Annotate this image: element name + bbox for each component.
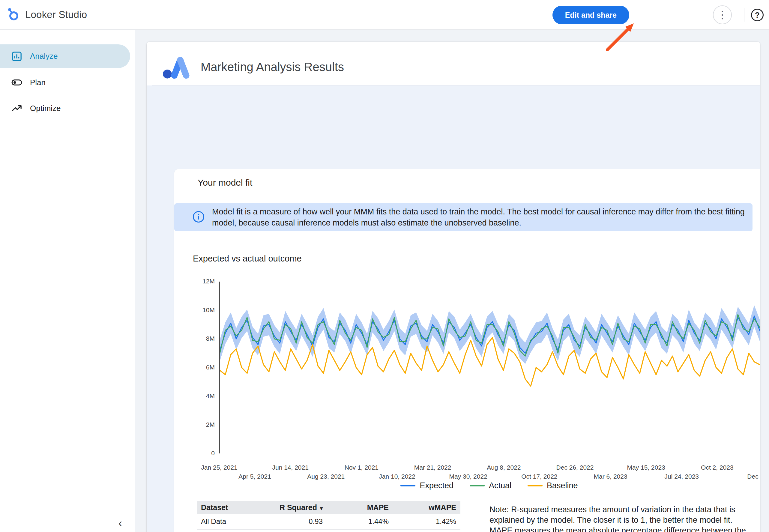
- y-axis-label: 8M: [183, 335, 215, 342]
- model-fit-table: Dataset R Squared▾ MAPE wMAPE All Data 0…: [197, 501, 460, 530]
- topbar-divider: [744, 8, 744, 22]
- y-axis-label: 10M: [183, 306, 215, 314]
- x-axis-label: Dec: [747, 473, 758, 480]
- cell-dataset: All Data: [197, 514, 272, 529]
- report-body: Your model fit Model fit is a measure of…: [147, 85, 760, 532]
- chart-x-axis: Jan 25, 2021Apr 5, 2021Jun 14, 2021Aug 2…: [219, 464, 759, 483]
- expected-vs-actual-chart: [219, 282, 759, 453]
- y-axis-label: 4M: [183, 392, 215, 399]
- cell-r-squared: 0.93: [272, 514, 327, 529]
- brand: Looker Studio: [0, 7, 87, 22]
- sidebar-item-plan[interactable]: Plan: [0, 72, 130, 93]
- legend-label: Baseline: [547, 481, 578, 490]
- x-axis-label: Aug 23, 2021: [307, 473, 345, 480]
- report-canvas: Marketing Analysis Results Your model fi…: [147, 42, 760, 532]
- sidebar-item-label: Optimize: [30, 104, 61, 113]
- sidebar-item-label: Analyze: [30, 52, 58, 61]
- cell-wmape: 1.42%: [393, 514, 460, 529]
- chart-y-axis: 12M10M8M6M4M2M0: [183, 282, 215, 453]
- table-row: All Data 0.93 1.44% 1.42%: [197, 514, 460, 529]
- x-axis-label: Jan 25, 2021: [201, 464, 237, 471]
- x-axis-label: Jun 14, 2021: [272, 464, 308, 471]
- y-axis-label: 0: [183, 450, 215, 457]
- actual-line-swatch: [470, 485, 485, 486]
- sidebar-item-optimize[interactable]: Optimize: [0, 98, 130, 119]
- col-header-wmape: wMAPE: [393, 501, 460, 514]
- col-header-mape: MAPE: [327, 501, 393, 514]
- x-axis-label: May 15, 2023: [627, 464, 665, 471]
- x-axis-label: Oct 17, 2022: [521, 473, 557, 480]
- legend-label: Actual: [489, 481, 511, 490]
- banner-text: Model fit is a measure of how well your …: [212, 206, 749, 229]
- col-header-dataset: Dataset: [197, 501, 272, 514]
- sidebar-nav: Analyze Plan Optimize ‹: [0, 30, 135, 532]
- x-axis-label: May 30, 2022: [449, 473, 487, 480]
- top-bar: Looker Studio Edit and share ⋮ ?: [0, 0, 769, 30]
- x-axis-label: Mar 6, 2023: [594, 473, 627, 480]
- app-title: Looker Studio: [25, 9, 87, 20]
- x-axis-label: Apr 5, 2021: [238, 473, 271, 480]
- chart-section-title: Expected vs actual outcome: [193, 254, 302, 264]
- chart-legend: Expected Actual Baseline: [219, 481, 759, 490]
- info-banner: Model fit is a measure of how well your …: [174, 203, 753, 231]
- sort-desc-icon: ▾: [320, 505, 323, 511]
- sidebar-item-analyze[interactable]: Analyze: [0, 44, 130, 68]
- y-axis-label: 6M: [183, 364, 215, 371]
- card-title: Your model fit: [198, 178, 252, 188]
- legend-label: Expected: [420, 481, 453, 490]
- edit-and-share-button[interactable]: Edit and share: [552, 6, 629, 24]
- analyze-chart-icon: [11, 50, 23, 62]
- x-axis-label: Dec 26, 2022: [556, 464, 594, 471]
- y-axis-label: 12M: [183, 278, 215, 285]
- x-axis-label: Oct 2, 2023: [701, 464, 734, 471]
- help-button[interactable]: ?: [751, 9, 764, 21]
- x-axis-label: Mar 21, 2022: [414, 464, 451, 471]
- baseline-line-swatch: [528, 485, 543, 486]
- model-fit-card: Your model fit Model fit is a measure of…: [174, 169, 760, 532]
- legend-item-expected: Expected: [400, 481, 453, 490]
- sidebar-collapse-button[interactable]: ‹: [113, 516, 127, 530]
- note-text: Note: R-squared measures the amount of v…: [489, 504, 755, 532]
- y-axis-label: 2M: [183, 421, 215, 428]
- legend-item-baseline: Baseline: [528, 481, 578, 490]
- info-icon: [192, 211, 205, 224]
- plan-toggle-icon: [11, 76, 23, 88]
- marketing-m-logo-icon: [162, 54, 193, 81]
- table-header-row: Dataset R Squared▾ MAPE wMAPE: [197, 501, 460, 514]
- looker-studio-logo-icon: [7, 7, 20, 22]
- report-title: Marketing Analysis Results: [201, 60, 344, 74]
- expected-line-swatch: [400, 485, 415, 486]
- x-axis-label: Jul 24, 2023: [665, 473, 699, 480]
- x-axis-label: Nov 1, 2021: [345, 464, 379, 471]
- cell-mape: 1.44%: [327, 514, 393, 529]
- x-axis-label: Jan 10, 2022: [379, 473, 415, 480]
- sidebar-item-label: Plan: [30, 78, 46, 87]
- more-options-button[interactable]: ⋮: [713, 5, 732, 24]
- x-axis-label: Aug 8, 2022: [487, 464, 521, 471]
- legend-item-actual: Actual: [470, 481, 511, 490]
- optimize-trending-up-icon: [11, 102, 23, 114]
- col-header-r-squared[interactable]: R Squared▾: [272, 501, 327, 514]
- looker-studio-app: Looker Studio Edit and share ⋮ ? Analyze: [0, 0, 769, 532]
